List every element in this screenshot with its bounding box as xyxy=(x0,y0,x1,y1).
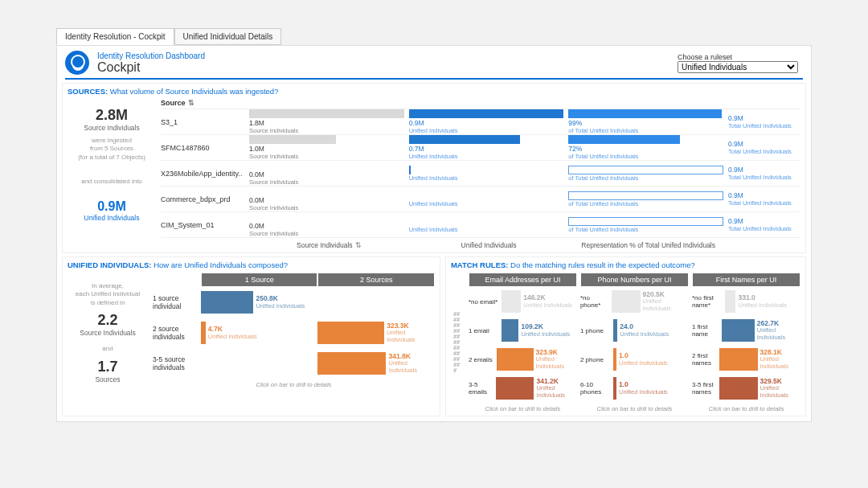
ukpi-sources: 1.7 xyxy=(71,359,145,375)
unified-row: 3-5 source individuals 341.8KUnified Ind… xyxy=(153,348,435,379)
kpi-line3: (for a total of 7 Objects) xyxy=(71,154,153,162)
dashboard-subtitle: Identity Resolution Dashboard xyxy=(97,51,669,60)
match-title: MATCH RULES: xyxy=(451,260,509,269)
match-bar[interactable] xyxy=(719,348,757,371)
kpi-unified-individuals-count[interactable]: 0.9M xyxy=(71,199,153,214)
source-name: SFMC1487860 xyxy=(161,144,249,152)
dashboard-title: Cockpit xyxy=(97,60,669,75)
source-row: X236MobileApp_identity.. 0.0M Source Ind… xyxy=(161,161,800,187)
main-card: Identity Resolution Dashboard Cockpit Ch… xyxy=(56,45,812,422)
representation-bar[interactable] xyxy=(568,191,723,200)
unified-kpi: In average, each Unified Individual is d… xyxy=(68,273,148,388)
foot-source-individuals[interactable]: Source Individuals xyxy=(249,241,409,249)
foot-unified-individuals: Unified Individuals xyxy=(409,241,569,249)
match-col-header[interactable]: Email Addresses per UI xyxy=(469,273,577,287)
match-subtitle: Do the matching rules result in the expe… xyxy=(510,260,695,269)
match-bar[interactable] xyxy=(722,319,755,342)
tab-unified-individual-details[interactable]: Unified Inidividual Details xyxy=(174,28,282,45)
match-column: Email Addresses per UI *no email* 146.2K… xyxy=(469,273,577,412)
source-row: SFMC1487860 1.0M Source Individuals 0.7M… xyxy=(161,135,800,161)
total-unified: 0.9MTotal Unified Individuals xyxy=(728,166,800,181)
representation-bar[interactable] xyxy=(568,109,722,118)
unified-bar[interactable] xyxy=(201,291,253,314)
match-row: 2 first names 328.1KUnified Individuals xyxy=(692,345,800,374)
match-col-header[interactable]: First Names per UI xyxy=(692,273,800,287)
match-col-header[interactable]: Phone Numbers per UI xyxy=(580,273,689,287)
match-row-label: 1 phone xyxy=(580,327,611,334)
match-bar[interactable] xyxy=(502,319,519,342)
col-source[interactable]: Source xyxy=(161,99,249,107)
unified-row-label: 2 source individuals xyxy=(153,325,201,341)
source-individuals-bar[interactable] xyxy=(249,109,404,118)
unified-bar[interactable] xyxy=(317,352,386,375)
unified-panel: UNIFIED INDIVIDUALS: How are Unified Ind… xyxy=(62,256,440,416)
sources-subtitle: What volume of Source Individuals was in… xyxy=(110,87,279,96)
match-bar[interactable] xyxy=(613,377,616,400)
match-row: 3-5 first names 329.5KUnified Individual… xyxy=(692,374,800,403)
kpi-line1: were ingested xyxy=(71,137,153,145)
total-unified: 0.9MTotal Unified Individuals xyxy=(728,191,800,207)
unified-individuals-bar[interactable] xyxy=(409,109,564,118)
match-row: 3-5 emails 341.2KUnified Individuals xyxy=(469,374,577,403)
match-bar[interactable] xyxy=(719,377,757,400)
match-row-label: 1 email xyxy=(469,327,499,334)
match-bar[interactable] xyxy=(613,319,617,342)
col-2-sources[interactable]: 2 Sources xyxy=(317,273,434,287)
kpi-line2: from 5 Sources xyxy=(71,145,153,153)
match-row: 2 phone 1.0Unified Individuals xyxy=(580,345,689,374)
unified-individuals-bar[interactable] xyxy=(409,166,411,174)
match-row-label: 2 first names xyxy=(692,352,718,367)
match-hint: Click on bar to drill to details xyxy=(692,405,800,412)
source-individuals-bar[interactable] xyxy=(249,135,336,144)
match-bar[interactable] xyxy=(613,348,616,371)
unified-row-label: 1 source individual xyxy=(153,294,201,310)
source-row: CIM_System_01 0.0M Source Individuals Un… xyxy=(161,212,800,238)
match-row: 1 first name 262.7KUnified Individuals xyxy=(692,316,800,345)
match-row: 2 emails 323.9KUnified Individuals xyxy=(469,345,577,374)
unified-bar[interactable] xyxy=(201,322,206,344)
ukpi-source-individuals: 2.2 xyxy=(71,312,145,329)
match-bar[interactable] xyxy=(496,377,534,400)
match-row-label: 3-5 first names xyxy=(692,381,718,396)
unified-title: UNIFIED INDIVIDUALS: xyxy=(68,260,152,269)
col-1-source[interactable]: 1 Source xyxy=(201,273,317,287)
sources-panel: SOURCES: What volume of Source Individua… xyxy=(62,83,806,253)
representation-bar[interactable] xyxy=(568,135,680,144)
match-row-label: 6-10 phones xyxy=(580,381,611,396)
identity-icon xyxy=(65,51,89,75)
match-row-label: 2 emails xyxy=(469,356,494,363)
ukpi-source-individuals-label: Source Individuals xyxy=(71,329,145,337)
match-row-label: 2 phone xyxy=(580,356,611,363)
unified-row: 1 source individual 250.8KUnified Indivi… xyxy=(153,287,435,318)
tab-cockpit[interactable]: Identity Resolution - Cockpit xyxy=(56,28,174,45)
match-bar[interactable] xyxy=(612,290,641,313)
unified-subtitle: How are Unified Individuals composed? xyxy=(154,260,288,269)
match-row-label: *no email* xyxy=(469,298,499,306)
ruleset-select[interactable]: Unified Individuals xyxy=(678,61,798,73)
header: Identity Resolution Dashboard Cockpit Ch… xyxy=(57,46,811,78)
source-name: Commerce_bdpx_prd xyxy=(161,195,249,203)
match-row: 1 email 109.2KUnified Individuals xyxy=(469,316,577,345)
match-bar[interactable] xyxy=(497,348,534,371)
match-bar[interactable] xyxy=(502,290,521,313)
source-name: X236MobileApp_identity.. xyxy=(161,170,249,178)
representation-bar[interactable] xyxy=(568,166,723,174)
match-row: 6-10 phones 1.0Unified Individuals xyxy=(580,374,689,403)
unified-individuals-bar[interactable] xyxy=(409,135,521,144)
match-row: *no first name* 331.0Unified Individuals xyxy=(692,287,800,316)
match-column: Phone Numbers per UI *no phone* 920.5KUn… xyxy=(580,273,689,412)
source-row: S3_1 1.8M Source Individuals 0.9M Unifie… xyxy=(161,109,800,135)
match-bar[interactable] xyxy=(725,290,736,313)
representation-bar[interactable] xyxy=(568,217,723,226)
unified-hint: Click on bar to drill to details xyxy=(153,381,435,388)
match-column: First Names per UI *no first name* 331.0… xyxy=(692,273,800,412)
match-row-label: 3-5 emails xyxy=(469,381,494,396)
ruleset-label: Choose a ruleset xyxy=(678,53,798,61)
sources-title: SOURCES: xyxy=(68,87,108,96)
header-divider xyxy=(65,78,803,80)
unified-row-label: 3-5 source individuals xyxy=(153,355,201,371)
kpi-line4: and consolidated into xyxy=(71,178,153,186)
hash-divider: ##################### xyxy=(453,312,463,374)
match-row-label: 1 first name xyxy=(692,323,719,338)
unified-bar[interactable] xyxy=(317,322,384,344)
